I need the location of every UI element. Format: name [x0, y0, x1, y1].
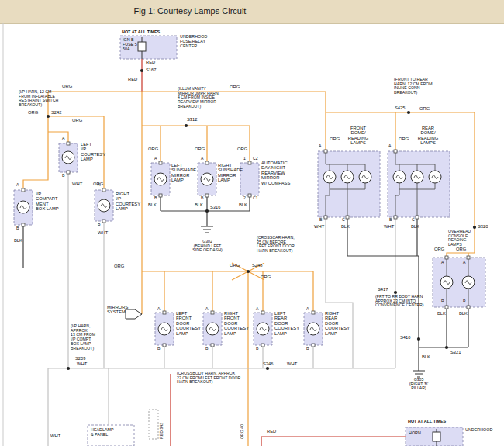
lamp-icon	[359, 171, 371, 183]
inline-connector	[149, 410, 158, 439]
splice-dot-s312	[185, 124, 188, 127]
lamp-icon	[98, 199, 110, 212]
splice-dot-s316	[205, 209, 209, 213]
splice-dot-s242	[47, 115, 50, 118]
ground-icon-g305	[413, 371, 425, 377]
front-dome-lamps-box	[318, 151, 380, 217]
lamp-icon	[201, 173, 213, 185]
mirrors-system-arrow-icon	[126, 309, 142, 319]
lamp-icon	[154, 173, 167, 185]
lamp-icon	[17, 201, 29, 213]
splice-dot-s248	[247, 270, 250, 273]
splice-dot-s209	[67, 367, 70, 370]
lamp-icon	[429, 171, 441, 183]
splice-dot-s321	[445, 346, 448, 349]
lamp-icon	[393, 171, 406, 183]
lamp-icon	[307, 323, 319, 335]
underhood-fuse-box	[120, 36, 177, 59]
auto-mirror-box	[240, 163, 259, 195]
splice-dot-s417	[394, 291, 397, 294]
headlamp-panel-switch-box	[88, 425, 134, 446]
rear-dome-lamps-box	[388, 151, 450, 217]
lamp-icon	[462, 276, 475, 289]
wires-red	[142, 59, 406, 446]
splice-dot-s246	[266, 367, 269, 370]
wiring-diagram-figure: Fig 1: Courtesy Lamps Circuit	[0, 0, 504, 446]
lamp-icon	[341, 171, 354, 183]
splice-dot-s410	[417, 337, 420, 341]
splice-dot-s320	[473, 226, 476, 229]
splice-dot-s425	[407, 111, 410, 114]
wires-orange	[23, 92, 475, 446]
ground-icon-g302	[201, 226, 213, 233]
lamp-icon	[411, 171, 423, 183]
component-boxes	[14, 36, 485, 446]
lamp-icon	[257, 323, 269, 335]
lamp-icon	[62, 151, 74, 164]
lamp-icon	[158, 323, 171, 335]
wires-black	[23, 195, 468, 371]
diagram-canvas	[0, 0, 504, 446]
lamp-icon	[323, 171, 336, 183]
lamp-icon	[206, 323, 219, 335]
lamp-icon	[440, 276, 453, 289]
splice-dot-s167	[140, 69, 143, 72]
